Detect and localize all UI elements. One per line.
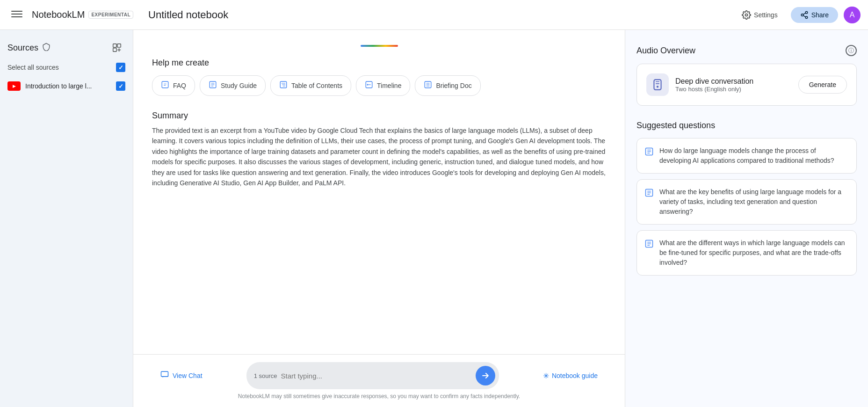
svg-line-7 xyxy=(803,13,805,14)
svg-rect-0 xyxy=(11,11,22,12)
svg-rect-1 xyxy=(11,14,22,15)
notebook-guide-icon: ✳ xyxy=(543,371,549,380)
source-badge: 1 source xyxy=(254,372,277,379)
faq-label: FAQ xyxy=(173,82,186,89)
settings-icon xyxy=(742,10,751,20)
svg-rect-9 xyxy=(117,44,121,47)
audio-overview-title: Audio Overview xyxy=(637,46,695,56)
search-input[interactable] xyxy=(281,372,472,380)
bottom-bar: View Chat 1 source ✳ Notebook guide No xyxy=(133,354,625,407)
svg-rect-10 xyxy=(113,48,116,51)
share-label: Share xyxy=(811,11,829,19)
brand-badge: EXPERIMENTAL xyxy=(88,11,133,19)
suggested-questions-section: Suggested questions How do large languag… xyxy=(637,121,857,281)
view-chat-button[interactable]: View Chat xyxy=(152,366,211,385)
help-me-create-title: Help me create xyxy=(152,58,606,68)
question-card-2[interactable]: What are the key benefits of using large… xyxy=(637,179,857,225)
source-checkbox[interactable] xyxy=(116,81,125,91)
question-icon-3 xyxy=(644,239,654,251)
bottom-actions: View Chat 1 source ✳ Notebook guide xyxy=(152,362,606,389)
study-guide-button[interactable]: Study Guide xyxy=(200,75,266,96)
menu-icon[interactable] xyxy=(7,5,26,25)
select-all-label: Select all sources xyxy=(7,64,59,71)
study-guide-label: Study Guide xyxy=(221,82,257,89)
select-all-row: Select all sources xyxy=(0,60,133,78)
avatar[interactable]: A xyxy=(844,7,861,23)
question-text-3: What are the different ways in which lar… xyxy=(659,238,849,268)
svg-rect-11 xyxy=(162,81,168,88)
suggested-questions-title: Suggested questions xyxy=(637,121,857,131)
toc-icon xyxy=(279,80,288,91)
svg-point-19 xyxy=(657,86,658,87)
search-bar: 1 source xyxy=(246,362,499,389)
notebook-content: Help me create FAQ Study Guide xyxy=(133,30,625,407)
share-icon xyxy=(800,11,809,19)
toc-button[interactable]: Table of Contents xyxy=(270,75,351,96)
svg-rect-17 xyxy=(161,371,168,377)
audio-card: Deep dive conversation Two hosts (Englis… xyxy=(637,64,857,106)
sidebar-title-row: Sources xyxy=(7,43,51,53)
audio-card-left: Deep dive conversation Two hosts (Englis… xyxy=(646,73,753,96)
faq-icon xyxy=(161,80,169,91)
question-text-1: How do large language models change the … xyxy=(659,146,849,166)
disclaimer: NotebookLM may still sometimes give inac… xyxy=(238,393,520,400)
summary-section: Summary The provided text is an excerpt … xyxy=(152,111,606,188)
sidebar: Sources Select all sources xyxy=(0,30,133,407)
audio-info: Deep dive conversation Two hosts (Englis… xyxy=(675,77,753,93)
question-icon-2 xyxy=(644,188,654,200)
view-chat-label: View Chat xyxy=(173,372,203,379)
summary-text: The provided text is an excerpt from a Y… xyxy=(152,125,606,188)
notebook-title[interactable]: Untitled notebook xyxy=(148,9,228,21)
question-card-3[interactable]: What are the different ways in which lar… xyxy=(637,230,857,276)
help-buttons: FAQ Study Guide Table of Contents xyxy=(152,75,606,96)
audio-avatar xyxy=(646,73,669,96)
notebook-guide-label: Notebook guide xyxy=(552,372,598,379)
timeline-icon xyxy=(365,80,373,91)
source-name: Introduction to large l... xyxy=(25,82,92,90)
study-guide-icon xyxy=(209,80,217,91)
notebook-guide-button[interactable]: ✳ Notebook guide xyxy=(535,367,606,385)
top-indicator xyxy=(152,45,606,58)
summary-title: Summary xyxy=(152,111,606,121)
brand-name: NotebookLM xyxy=(32,9,85,20)
briefing-doc-label: Briefing Doc xyxy=(436,82,471,89)
youtube-icon xyxy=(7,81,21,91)
generate-button[interactable]: Generate xyxy=(798,76,847,94)
content-area: Help me create FAQ Study Guide xyxy=(133,30,625,407)
svg-point-15 xyxy=(367,84,369,86)
brand-logo: NotebookLM EXPERIMENTAL xyxy=(32,9,133,20)
audio-info-title: Deep dive conversation xyxy=(675,77,753,86)
briefing-doc-icon xyxy=(424,80,432,91)
source-item[interactable]: Introduction to large l... xyxy=(0,78,133,94)
svg-point-5 xyxy=(805,16,808,19)
source-item-left: Introduction to large l... xyxy=(7,81,92,91)
chat-icon xyxy=(160,371,169,381)
add-source-button[interactable] xyxy=(108,39,125,56)
audio-header: Audio Overview ⓘ xyxy=(637,45,857,56)
sidebar-header: Sources xyxy=(0,37,133,60)
generate-label: Generate xyxy=(809,81,836,88)
briefing-doc-button[interactable]: Briefing Doc xyxy=(415,75,480,96)
help-section: Help me create FAQ Study Guide xyxy=(152,58,606,96)
svg-line-6 xyxy=(803,15,805,17)
timeline-button[interactable]: Timeline xyxy=(356,75,410,96)
sources-title: Sources xyxy=(7,43,38,53)
question-text-2: What are the key benefits of using large… xyxy=(659,187,849,217)
settings-button[interactable]: Settings xyxy=(734,7,785,23)
main-layout: Sources Select all sources xyxy=(0,30,868,407)
svg-point-4 xyxy=(801,14,803,16)
select-all-checkbox[interactable] xyxy=(116,63,125,72)
question-card-1[interactable]: How do large language models change the … xyxy=(637,138,857,174)
info-icon[interactable]: ⓘ xyxy=(846,45,857,56)
topbar: NotebookLM EXPERIMENTAL Untitled noteboo… xyxy=(0,0,868,30)
faq-button[interactable]: FAQ xyxy=(152,75,195,96)
right-panel: Audio Overview ⓘ Deep dive conversation … xyxy=(625,30,868,407)
top-indicator-line xyxy=(361,45,398,47)
share-button[interactable]: Share xyxy=(791,7,838,23)
svg-rect-18 xyxy=(654,80,661,90)
send-button[interactable] xyxy=(476,366,495,385)
topbar-right: Settings Share A xyxy=(734,7,861,23)
settings-label: Settings xyxy=(754,11,778,19)
topbar-left: NotebookLM EXPERIMENTAL Untitled noteboo… xyxy=(7,5,228,25)
svg-rect-2 xyxy=(11,16,22,17)
